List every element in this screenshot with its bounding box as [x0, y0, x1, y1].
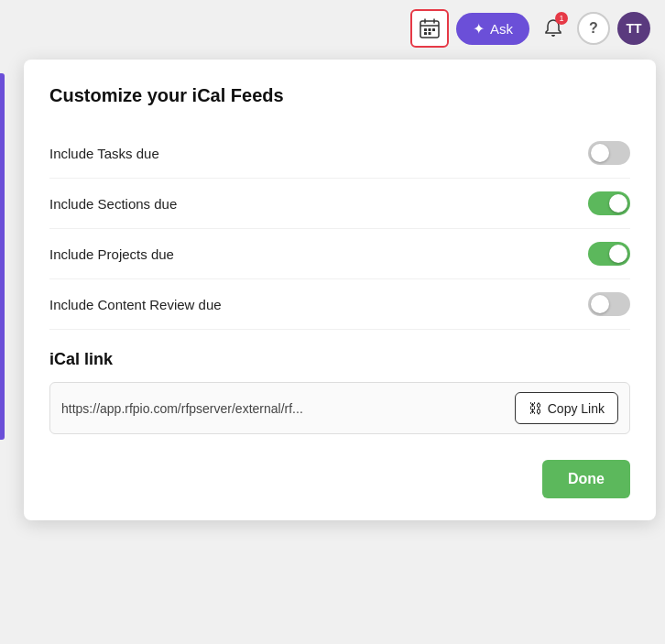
- toggle-thumb-content-review: [591, 295, 609, 313]
- ical-url: https://app.rfpio.com/rfpserver/external…: [61, 401, 506, 416]
- help-button[interactable]: ?: [577, 12, 610, 45]
- svg-rect-8: [428, 32, 431, 35]
- toggle-thumb-projects: [609, 245, 627, 263]
- ical-link-title: iCal link: [49, 350, 630, 369]
- toggle-track-sections: [588, 191, 630, 215]
- copy-link-button[interactable]: ⛓ Copy Link: [515, 392, 618, 424]
- ical-link-section: iCal link https://app.rfpio.com/rfpserve…: [49, 350, 630, 434]
- toggle-sections[interactable]: [588, 191, 630, 215]
- toggle-row-tasks: Include Tasks due: [49, 128, 630, 179]
- help-icon: ?: [589, 20, 598, 37]
- link-icon: ⛓: [529, 400, 542, 416]
- toggle-label-projects: Include Projects due: [49, 246, 174, 262]
- svg-rect-4: [424, 28, 427, 31]
- toggle-row-sections: Include Sections due: [49, 179, 630, 229]
- toggle-label-tasks: Include Tasks due: [49, 146, 159, 161]
- link-box: https://app.rfpio.com/rfpserver/external…: [49, 382, 630, 434]
- svg-rect-5: [428, 28, 431, 31]
- done-button[interactable]: Done: [542, 460, 630, 498]
- avatar-initials: TT: [626, 21, 641, 36]
- toggle-projects[interactable]: [588, 242, 630, 266]
- ask-button-label: Ask: [490, 21, 513, 37]
- svg-rect-7: [424, 32, 427, 35]
- copy-link-label: Copy Link: [548, 401, 605, 416]
- toggle-thumb-tasks: [591, 144, 609, 162]
- toggle-track-content-review: [588, 292, 630, 316]
- toggle-track-tasks: [588, 141, 630, 165]
- notification-badge: 1: [555, 12, 568, 25]
- toggle-tasks[interactable]: [588, 141, 630, 165]
- top-bar: ✦ Ask 1 ? TT: [396, 0, 665, 57]
- svg-rect-6: [432, 28, 435, 31]
- ask-button[interactable]: ✦ Ask: [456, 13, 529, 45]
- sparkle-icon: ✦: [473, 20, 485, 38]
- toggle-thumb-sections: [609, 194, 627, 213]
- toggle-row-content-review: Include Content Review due: [49, 279, 630, 330]
- toggle-track-projects: [588, 242, 630, 266]
- panel-title: Customize your iCal Feeds: [49, 85, 630, 106]
- toggle-content-review[interactable]: [588, 292, 630, 316]
- left-accent: [0, 73, 5, 440]
- done-row: Done: [49, 460, 630, 498]
- calendar-icon-button[interactable]: [410, 9, 449, 48]
- notification-button[interactable]: 1: [537, 12, 570, 45]
- toggle-label-content-review: Include Content Review due: [49, 297, 222, 312]
- calendar-icon: [420, 18, 440, 38]
- toggle-label-sections: Include Sections due: [49, 196, 177, 212]
- toggle-row-projects: Include Projects due: [49, 229, 630, 279]
- avatar[interactable]: TT: [617, 12, 650, 45]
- ical-feeds-panel: Customize your iCal Feeds Include Tasks …: [24, 60, 656, 520]
